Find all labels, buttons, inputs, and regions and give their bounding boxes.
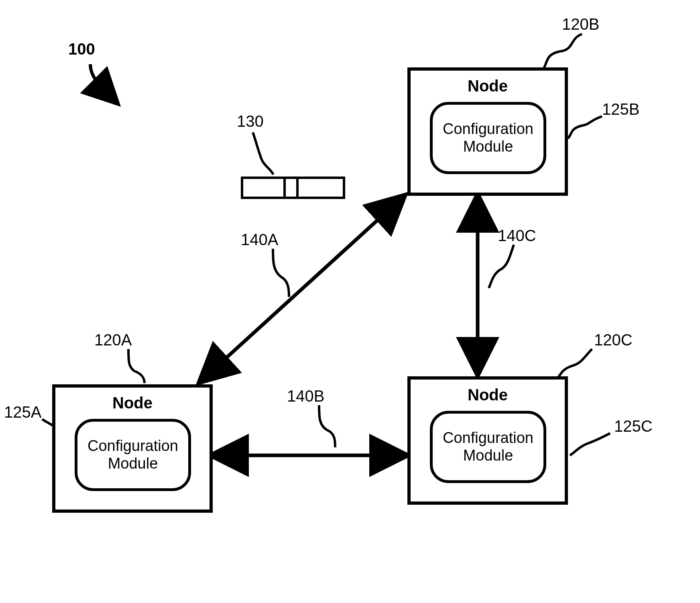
link-c-ref: 140C <box>498 227 536 245</box>
node-a-module: Configuration Module <box>75 419 191 491</box>
packet-icon <box>241 177 345 199</box>
node-c-module: Configuration Module <box>430 411 546 483</box>
node-b-ref: 120B <box>562 15 599 33</box>
node-c-label: Node <box>411 386 565 404</box>
figure-ref-label: 100 <box>68 40 95 58</box>
node-a-module-ref: 125A <box>4 403 41 421</box>
node-b-module: Configuration Module <box>430 102 546 174</box>
link-a-ref: 140A <box>241 231 278 249</box>
node-a: Node Configuration Module <box>52 384 213 513</box>
node-b-module-ref: 125B <box>602 100 639 118</box>
node-a-ref: 120A <box>94 331 132 349</box>
packet-ref-label: 130 <box>237 112 264 130</box>
node-c-ref: 120C <box>594 331 633 349</box>
link-b-ref: 140B <box>287 387 324 405</box>
node-c-module-ref: 125C <box>614 417 653 435</box>
node-b: Node Configuration Module <box>407 67 568 196</box>
node-b-label: Node <box>411 77 565 95</box>
node-a-label: Node <box>55 394 210 412</box>
diagram-canvas: 100 <box>0 0 700 603</box>
svg-line-0 <box>201 197 403 381</box>
node-c: Node Configuration Module <box>407 376 568 505</box>
